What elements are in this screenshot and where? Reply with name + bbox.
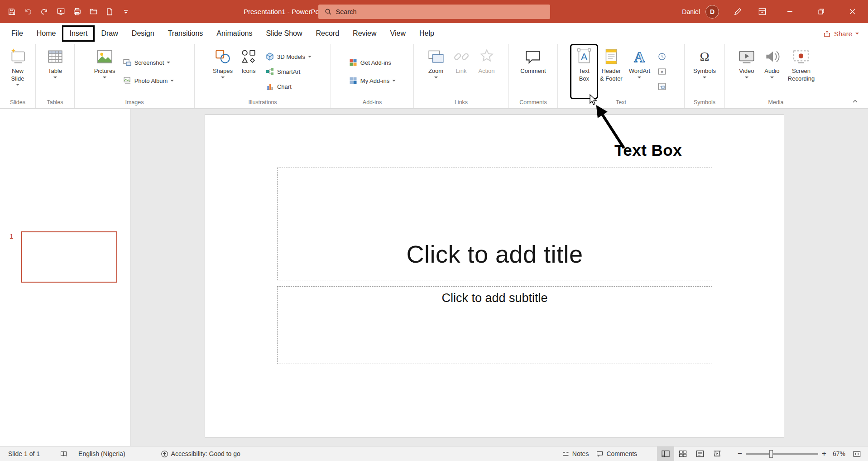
text-box-button[interactable]: A Text Box (571, 45, 597, 98)
tab-slide-show[interactable]: Slide Show (259, 26, 309, 41)
icons-button[interactable]: Icons (236, 45, 261, 98)
subtitle-placeholder[interactable]: Click to add subtitle (277, 286, 712, 364)
slide-number-button[interactable]: # (655, 66, 669, 77)
statusbar: Slide 1 of 1 English (Nigeria) Accessibi… (0, 446, 868, 461)
3d-models-button[interactable]: 3D Models (263, 51, 314, 62)
avatar[interactable]: D (705, 5, 719, 19)
zoom-button[interactable]: Zoom (423, 45, 449, 98)
group-label-addins: Add-ins (331, 98, 413, 108)
ribbon-group-comments: Comment Comments (509, 44, 558, 108)
tab-home[interactable]: Home (30, 26, 63, 41)
link-label: Link (456, 67, 467, 75)
comment-button[interactable]: Comment (517, 45, 549, 98)
date-time-button[interactable] (655, 51, 669, 62)
wordart-label: WordArt (629, 67, 650, 75)
zoom-in-button[interactable]: + (818, 449, 830, 458)
screen-recording-label-2: Recording (788, 75, 815, 83)
icons-label: Icons (241, 67, 255, 75)
my-addins-button[interactable]: My Add-ins (346, 75, 398, 86)
zoom-out-button[interactable]: − (734, 449, 746, 458)
slide-sorter-view-button[interactable] (674, 447, 691, 461)
close-button[interactable] (837, 0, 868, 23)
tab-review[interactable]: Review (346, 26, 383, 41)
ribbon-display-options-button[interactable] (750, 0, 774, 23)
action-label: Action (478, 67, 494, 75)
ribbon-group-addins: Get Add-ins My Add-ins Add-ins (331, 44, 414, 108)
print-preview-button[interactable] (69, 0, 85, 23)
normal-view-icon (661, 449, 670, 458)
comments-button[interactable]: Comments (592, 447, 641, 461)
screenshot-button[interactable]: Screenshot (120, 57, 177, 68)
share-button[interactable]: Share (823, 30, 859, 38)
language-indicator[interactable]: English (Nigeria) (75, 447, 129, 461)
smartart-button[interactable]: SmartArt (263, 66, 314, 77)
video-button[interactable]: Video (734, 45, 759, 98)
zoom-slider[interactable] (746, 453, 818, 455)
slide[interactable]: Click to add title Click to add subtitle (205, 114, 784, 437)
wordart-chevron-icon (638, 77, 641, 78)
header-footer-button[interactable]: Header & Footer (597, 45, 626, 98)
customize-qat-button[interactable] (118, 0, 134, 23)
close-icon (849, 9, 855, 14)
photo-album-button[interactable]: Photo Album (120, 75, 177, 86)
ribbon-group-text: A Text Box Header & Footer A WordArt (558, 44, 685, 108)
table-icon (46, 47, 65, 66)
tab-help[interactable]: Help (412, 26, 441, 41)
tab-design[interactable]: Design (125, 26, 161, 41)
redo-button[interactable] (36, 0, 53, 23)
search-box[interactable]: Search (318, 5, 550, 19)
smartart-label: SmartArt (277, 68, 300, 75)
shapes-button[interactable]: Shapes (210, 45, 236, 98)
slide-indicator[interactable]: Slide 1 of 1 (5, 447, 43, 461)
normal-view-button[interactable] (657, 447, 674, 461)
share-icon (823, 30, 831, 38)
screen-recording-button[interactable]: Screen Recording (785, 45, 818, 98)
symbols-button[interactable]: Ω Symbols (690, 45, 719, 98)
new-file-button[interactable] (101, 0, 118, 23)
title-placeholder-text: Click to add title (406, 240, 583, 268)
title-placeholder[interactable]: Click to add title (277, 168, 712, 280)
object-button[interactable] (655, 81, 669, 92)
get-addins-icon (349, 58, 358, 67)
tab-draw[interactable]: Draw (94, 26, 125, 41)
undo-icon (24, 8, 32, 16)
action-button[interactable]: Action (474, 45, 499, 98)
header-footer-icon (602, 47, 621, 66)
inking-button[interactable] (725, 0, 750, 23)
tab-file[interactable]: File (5, 26, 30, 41)
new-slide-button[interactable]: New Slide (5, 45, 30, 98)
get-addins-button[interactable]: Get Add-ins (346, 57, 398, 68)
zoom-slider-thumb[interactable] (769, 450, 773, 458)
zoom-level[interactable]: 67% (830, 450, 850, 457)
slide-show-view-button[interactable] (709, 447, 726, 461)
user-name[interactable]: Daniel (682, 8, 700, 15)
save-button[interactable] (4, 0, 20, 23)
wordart-button[interactable]: A WordArt (626, 45, 653, 98)
group-label-comments: Comments (509, 98, 557, 108)
start-slideshow-button[interactable] (53, 0, 69, 23)
minimize-button[interactable] (774, 0, 806, 23)
tab-transitions[interactable]: Transitions (161, 26, 210, 41)
tab-animations[interactable]: Animations (210, 26, 259, 41)
fit-to-window-button[interactable] (850, 447, 863, 461)
pictures-button[interactable]: Pictures (91, 45, 119, 98)
accessibility-checker[interactable]: Accessibility: Good to go (157, 447, 244, 461)
collapse-ribbon-button[interactable] (849, 96, 861, 106)
chart-button[interactable]: Chart (263, 81, 314, 92)
restore-button[interactable] (806, 0, 837, 23)
open-file-button[interactable] (85, 0, 101, 23)
spell-check-button[interactable] (56, 447, 71, 461)
my-addins-icon (349, 76, 358, 85)
link-button[interactable]: Link (449, 45, 474, 98)
text-box-label-1: Text (579, 67, 590, 75)
tab-record[interactable]: Record (309, 26, 346, 41)
tab-view[interactable]: View (384, 26, 412, 41)
slide-thumbnail[interactable] (21, 231, 117, 283)
notes-button[interactable]: Notes (558, 447, 593, 461)
ribbon-group-links: Zoom Link Action Links (414, 44, 509, 108)
reading-view-button[interactable] (691, 447, 709, 461)
table-button[interactable]: Table (43, 45, 68, 98)
audio-button[interactable]: Audio (759, 45, 785, 98)
tab-insert[interactable]: Insert (62, 26, 94, 41)
undo-button[interactable] (20, 0, 36, 23)
